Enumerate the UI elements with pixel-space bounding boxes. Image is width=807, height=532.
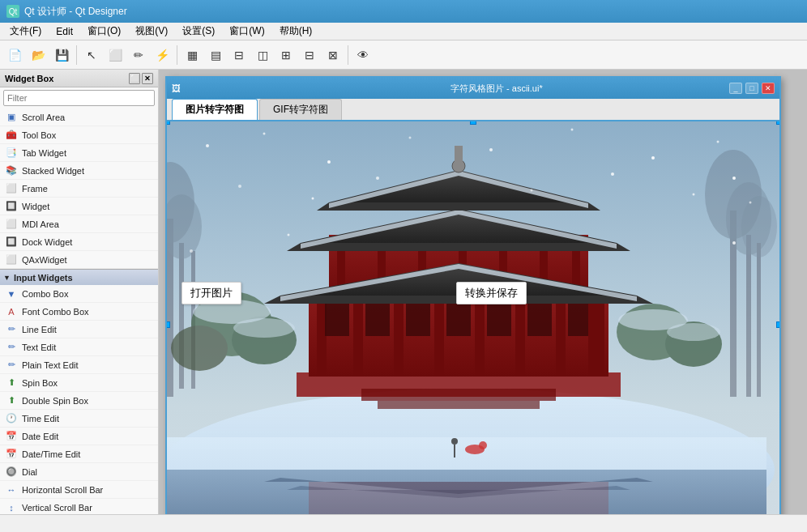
widget-item-h-scroll-bar[interactable]: ↔ Horizontal Scroll Bar <box>0 481 158 499</box>
menu-file[interactable]: 文件(F) <box>3 23 48 40</box>
scroll-area-icon: ▣ <box>5 111 18 124</box>
spin-box-label: Spin Box <box>22 378 58 388</box>
input-widgets-arrow: ▼ <box>3 274 11 282</box>
datetime-edit-icon: 📅 <box>5 448 18 461</box>
widget-item-double-spin-box[interactable]: ⬆ Double Spin Box <box>0 392 158 410</box>
widget-item-scroll-area[interactable]: ▣ Scroll Area <box>0 109 158 126</box>
menu-settings[interactable]: 设置(S) <box>176 23 221 40</box>
qax-widget-label: QAxWidget <box>22 255 67 265</box>
widget-item-datetime-edit[interactable]: 📅 Date/Time Edit <box>0 445 158 463</box>
tab-img-convert[interactable]: 图片转字符图 <box>172 99 258 120</box>
tool-box-icon: 🧰 <box>5 129 18 142</box>
line-edit-icon: ✏ <box>5 323 18 336</box>
layout7-button[interactable]: ⊠ <box>322 44 344 66</box>
pointer-button[interactable]: ↖ <box>80 44 103 66</box>
widget-item-qax-widget[interactable]: ⬜ QAxWidget <box>0 251 158 269</box>
widget-item-dock-widget[interactable]: 🔲 Dock Widget <box>0 233 158 251</box>
sub-window: 🖼 字符风格图片 - ascii.ui* _ □ ✕ 图片转字符图 GIF转字符… <box>165 76 781 514</box>
widget-box-title-label: Widget Box <box>5 74 53 83</box>
scene-background: 打开图片 转换并保存 <box>167 121 779 514</box>
sub-window-minimize-btn[interactable]: _ <box>729 83 742 94</box>
menu-help[interactable]: 帮助(H) <box>273 23 319 40</box>
open-image-button[interactable]: 打开图片 <box>181 282 241 304</box>
line-edit-label: Line Edit <box>22 325 57 334</box>
menu-window[interactable]: 窗口(O) <box>81 23 127 40</box>
select-button[interactable]: ⬜ <box>104 44 126 66</box>
title-bar: Qt Qt 设计师 - Qt Designer <box>0 0 807 23</box>
widget-item-widget[interactable]: 🔲 Widget <box>0 198 158 215</box>
combo-box-label: Combo Box <box>22 289 68 299</box>
widget-filter-input[interactable] <box>3 90 155 106</box>
widget-item-tool-box[interactable]: 🧰 Tool Box <box>0 126 158 144</box>
handle-tm[interactable] <box>470 121 476 125</box>
app-title: Qt 设计师 - Qt Designer <box>24 5 127 19</box>
sub-window-title-text: 字符风格图片 - ascii.ui* <box>450 83 726 95</box>
draw-button[interactable]: ✏ <box>127 44 150 66</box>
sub-window-title-bar: 🖼 字符风格图片 - ascii.ui* _ □ ✕ <box>167 78 779 99</box>
widget-item-combo-box[interactable]: ▼ Combo Box <box>0 285 158 303</box>
dock-widget-icon: 🔲 <box>5 236 18 249</box>
widget-item-time-edit[interactable]: 🕐 Time Edit <box>0 410 158 428</box>
handle-tr[interactable] <box>776 121 779 125</box>
status-bar <box>0 514 807 532</box>
menu-window2[interactable]: 窗口(W) <box>223 23 271 40</box>
widget-box-close-btn[interactable]: ✕ <box>142 73 153 84</box>
dial-label: Dial <box>22 467 37 477</box>
layout4-button[interactable]: ◫ <box>251 44 274 66</box>
widget-item-plain-text-edit[interactable]: ✏ Plain Text Edit <box>0 356 158 374</box>
new-button[interactable]: 📄 <box>3 44 26 66</box>
combo-box-icon: ▼ <box>5 287 18 300</box>
layout2-button[interactable]: ▤ <box>204 44 227 66</box>
open-button[interactable]: 📂 <box>27 44 49 66</box>
handle-mr[interactable] <box>776 321 779 328</box>
date-edit-label: Date Edit <box>22 432 58 441</box>
sub-window-close-btn[interactable]: ✕ <box>762 83 775 94</box>
layout1-button[interactable]: ▦ <box>181 44 203 66</box>
widget-item-date-edit[interactable]: 📅 Date Edit <box>0 428 158 445</box>
widget-item-line-edit[interactable]: ✏ Line Edit <box>0 321 158 338</box>
menu-view[interactable]: 视图(V) <box>129 23 174 40</box>
spin-box-icon: ⬆ <box>5 377 18 389</box>
convert-save-button[interactable]: 转换并保存 <box>456 282 527 304</box>
save-button[interactable]: 💾 <box>50 44 73 66</box>
tab-gif-convert[interactable]: GIF转字符图 <box>259 99 342 120</box>
sub-window-restore-btn[interactable]: □ <box>745 83 758 94</box>
widget-item-text-edit[interactable]: ✏ Text Edit <box>0 338 158 356</box>
input-widgets-category[interactable]: ▼ Input Widgets <box>0 269 158 285</box>
handle-ml[interactable] <box>167 321 170 328</box>
menu-edit[interactable]: Edit <box>49 24 79 39</box>
layout6-button[interactable]: ⊟ <box>298 44 321 66</box>
mdi-area-icon: ⬜ <box>5 218 18 231</box>
handle-tl[interactable] <box>167 121 170 125</box>
toolbar-sep-3 <box>348 45 348 65</box>
widget-list: ▣ Scroll Area 🧰 Tool Box 📑 Tab Widget 📚 … <box>0 109 158 514</box>
stacked-widget-label: Stacked Widget <box>22 166 84 176</box>
layout5-button[interactable]: ⊞ <box>275 44 297 66</box>
widget-box-undock-btn[interactable]: ⬜ <box>129 73 140 84</box>
preview-button[interactable]: 👁 <box>352 44 374 66</box>
widget-box-panel: Widget Box ⬜ ✕ ▣ Scroll Area 🧰 Tool Box … <box>0 70 159 514</box>
toolbar: 📄 📂 💾 ↖ ⬜ ✏ ⚡ ▦ ▤ ⊟ ◫ ⊞ ⊟ ⊠ 👁 <box>0 40 807 70</box>
widget-item-frame[interactable]: ⬜ Frame <box>0 180 158 198</box>
mdi-area-label: MDI Area <box>22 219 59 229</box>
double-spin-box-icon: ⬆ <box>5 394 18 407</box>
widget-item-tab-widget[interactable]: 📑 Tab Widget <box>0 144 158 162</box>
signal-button[interactable]: ⚡ <box>151 44 173 66</box>
widget-item-font-combo-box[interactable]: A Font Combo Box <box>0 303 158 321</box>
widget-item-dial[interactable]: 🔘 Dial <box>0 463 158 481</box>
dial-icon: 🔘 <box>5 466 18 479</box>
sub-window-title-icon: 🖼 <box>172 83 447 93</box>
layout3-button[interactable]: ⊟ <box>228 44 250 66</box>
tool-box-label: Tool Box <box>22 130 56 140</box>
datetime-edit-label: Date/Time Edit <box>22 449 80 459</box>
widget-box-title-bar: Widget Box ⬜ ✕ <box>0 70 158 87</box>
widget-item-stacked-widget[interactable]: 📚 Stacked Widget <box>0 162 158 180</box>
text-edit-icon: ✏ <box>5 341 18 354</box>
widget-item-mdi-area[interactable]: ⬜ MDI Area <box>0 215 158 233</box>
image-display-area: 打开图片 转换并保存 <box>167 121 779 514</box>
menu-bar: 文件(F) Edit 窗口(O) 视图(V) 设置(S) 窗口(W) 帮助(H) <box>0 23 807 40</box>
canvas-area: 🖼 字符风格图片 - ascii.ui* _ □ ✕ 图片转字符图 GIF转字符… <box>159 70 807 514</box>
widget-item-v-scroll-bar[interactable]: ↕ Vertical Scroll Bar <box>0 499 158 514</box>
widget-item-spin-box[interactable]: ⬆ Spin Box <box>0 374 158 392</box>
qax-widget-icon: ⬜ <box>5 253 18 266</box>
